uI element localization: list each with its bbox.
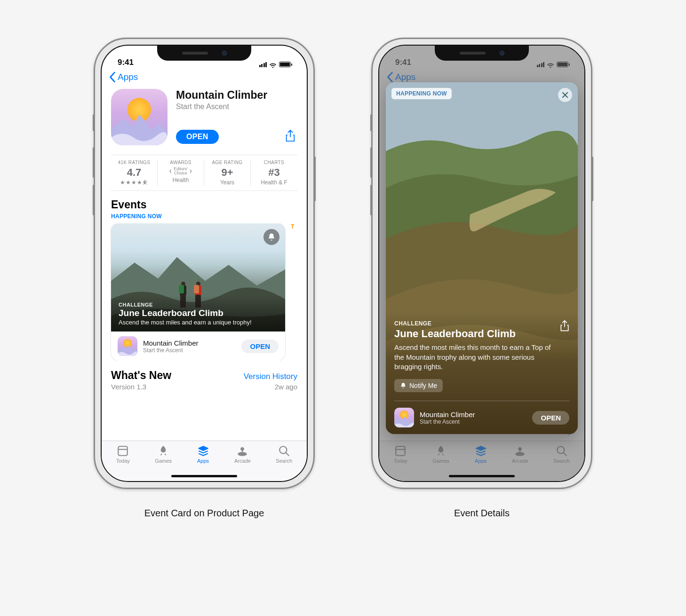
tab-arcade[interactable]: Arcade <box>234 445 251 464</box>
stars-icon: ★★★★⯪ <box>113 179 155 186</box>
version-ago: 2w ago <box>275 383 297 391</box>
stats-row[interactable]: 41K RATINGS 4.7 ★★★★⯪ AWARDS ❨Editors'Ch… <box>111 155 297 191</box>
notify-bell-button[interactable] <box>263 229 279 245</box>
whats-new-heading: What's New <box>111 369 171 382</box>
stat-ratings[interactable]: 41K RATINGS 4.7 ★★★★⯪ <box>111 160 158 186</box>
open-button[interactable]: OPEN <box>176 130 219 144</box>
svg-line-6 <box>286 452 289 456</box>
search-icon <box>278 445 290 457</box>
screen: 9:41 Apps Mountain Climber Version 1.32w… <box>378 45 585 482</box>
event-card-peek[interactable]: T <box>291 223 300 361</box>
share-button[interactable] <box>283 128 297 145</box>
status-indicators <box>259 62 291 67</box>
notch <box>157 46 251 61</box>
event-kicker: CHALLENGE <box>119 302 278 308</box>
home-indicator[interactable] <box>171 475 237 477</box>
event-title: June Leaderboard Climb <box>119 308 278 318</box>
arcade-icon <box>236 445 248 457</box>
event-card[interactable]: CHALLENGE June Leaderboard Climb Ascend … <box>111 223 285 361</box>
bell-icon <box>400 382 407 389</box>
events-heading: Events <box>102 191 307 212</box>
svg-rect-4 <box>242 450 243 453</box>
status-time: 9:41 <box>118 58 134 67</box>
event-detail-modal: HAPPENING NOW CHALLENGE June Leaderboard… <box>386 82 578 434</box>
tab-apps[interactable]: Apps <box>197 445 209 464</box>
modal-share-button[interactable] <box>560 320 569 333</box>
notify-button[interactable]: Notify Me <box>394 379 443 392</box>
laurel-icon: ❨Editors'Choice❩ <box>160 167 202 175</box>
chevron-left-icon <box>109 72 116 82</box>
share-icon <box>285 130 295 142</box>
tab-games[interactable]: Games <box>155 445 172 464</box>
notch <box>435 46 529 61</box>
caption-left: Event Card on Product Page <box>144 508 264 519</box>
tab-today[interactable]: Today <box>116 445 130 464</box>
phone-frame-left: 9:41 Apps <box>94 38 315 489</box>
battery-icon <box>279 62 291 67</box>
modal-footer: Mountain Climber Start the Ascent OPEN <box>394 408 569 427</box>
svg-rect-0 <box>119 446 128 456</box>
apps-icon <box>197 445 209 457</box>
cellular-icon <box>259 62 267 67</box>
modal-status-pill: HAPPENING NOW <box>391 88 452 99</box>
app-subtitle: Start the Ascent <box>176 103 297 111</box>
modal-kicker: CHALLENGE <box>394 320 554 327</box>
stat-awards[interactable]: AWARDS ❨Editors'Choice❩ Health <box>158 160 204 186</box>
app-name: Mountain Climber <box>176 89 297 102</box>
wifi-icon <box>269 62 277 67</box>
event-footer: Mountain Climber Start the Ascent OPEN <box>111 332 285 361</box>
stat-age[interactable]: AGE RATING 9+ Years <box>204 160 251 186</box>
modal-desc: Ascend the most miles this month to earn… <box>394 343 554 371</box>
today-icon <box>117 445 129 457</box>
event-desc: Ascend the most miles and earn a unique … <box>119 319 278 326</box>
back-label: Apps <box>118 72 138 82</box>
version-history-link[interactable]: Version History <box>244 372 297 381</box>
home-indicator[interactable] <box>449 475 515 477</box>
phone-frame-right: 9:41 Apps Mountain Climber Version 1.32w… <box>371 38 592 489</box>
version-label: Version 1.3 <box>111 383 146 391</box>
caption-right: Event Details <box>454 508 510 519</box>
bell-icon <box>267 233 276 241</box>
event-hero-image: CHALLENGE June Leaderboard Climb Ascend … <box>111 223 285 332</box>
modal-open-button[interactable]: OPEN <box>532 411 569 425</box>
stat-charts[interactable]: CHARTS #3 Health & F <box>251 160 297 186</box>
share-icon <box>560 320 569 332</box>
event-status-badge: HAPPENING NOW <box>102 212 307 223</box>
screen: 9:41 Apps <box>101 45 308 482</box>
app-icon-small[interactable] <box>394 408 414 427</box>
content: Apps Mountain Climber Start the Ascent O… <box>102 69 307 481</box>
rocket-icon <box>157 445 169 457</box>
back-button[interactable]: Apps <box>102 69 307 84</box>
app-icon[interactable] <box>111 89 168 145</box>
modal-title: June Leaderboard Climb <box>394 328 554 340</box>
app-header: Mountain Climber Start the Ascent OPEN <box>102 84 307 152</box>
close-button[interactable] <box>558 88 572 102</box>
event-open-button[interactable]: OPEN <box>241 340 279 353</box>
tab-search[interactable]: Search <box>276 445 292 464</box>
close-icon <box>562 92 568 98</box>
app-icon-small[interactable] <box>118 336 137 356</box>
